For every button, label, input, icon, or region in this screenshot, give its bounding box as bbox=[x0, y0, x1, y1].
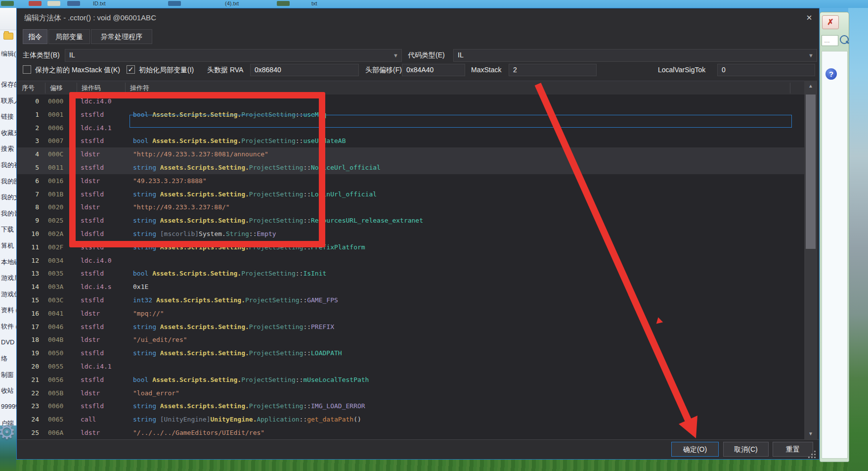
dialog-close-button[interactable]: ✕ bbox=[803, 12, 816, 23]
sidebar-item[interactable]: 本地磁 bbox=[1, 258, 17, 267]
cell-offset: 0001 bbox=[48, 108, 63, 121]
init-locals-checkbox[interactable]: ✓ bbox=[127, 65, 135, 74]
header-offset-input[interactable]: 0x84A40 bbox=[402, 64, 465, 76]
vertical-scrollbar[interactable]: ▲ ▼ bbox=[804, 81, 817, 439]
header-index[interactable]: 序号 bbox=[22, 84, 35, 93]
sidebar-item[interactable]: 我的文 bbox=[1, 193, 17, 202]
rva-input[interactable]: 0x86840 bbox=[250, 64, 359, 76]
header-offset[interactable]: 偏移 bbox=[50, 84, 63, 93]
sidebar-item[interactable]: 游戏优 bbox=[1, 290, 17, 299]
cell-opcode: stsfld bbox=[81, 240, 104, 254]
sidebar-item[interactable]: 制面 bbox=[1, 371, 14, 379]
keep-maxstack-checkbox[interactable] bbox=[23, 65, 31, 74]
cancel-button[interactable]: 取消(C) bbox=[723, 442, 769, 457]
cell-opcode: stsfld bbox=[81, 108, 104, 121]
il-row-14[interactable]: 14003Aldc.i4.s0x1E bbox=[17, 280, 804, 293]
body-type-combobox[interactable]: IL ▼ bbox=[65, 49, 402, 62]
cell-offset: 0055 bbox=[48, 360, 63, 373]
sidebar-item[interactable]: 链接 bbox=[1, 112, 14, 121]
cell-offset: 0025 bbox=[48, 214, 63, 227]
il-row-6[interactable]: 60016ldstr"49.233.3.237:8888" bbox=[17, 174, 804, 188]
cell-index: 0 bbox=[17, 94, 39, 108]
scroll-up-icon[interactable]: ▲ bbox=[804, 81, 817, 92]
il-row-15[interactable]: 15003Cstsfldint32 Assets.Scripts.Setting… bbox=[17, 293, 804, 307]
il-row-0[interactable]: 00000ldc.i4.0 bbox=[17, 94, 804, 108]
gear-app-icon[interactable]: ⚙ bbox=[0, 421, 16, 443]
desktop-icon-label[interactable]: ID.txt bbox=[93, 0, 106, 6]
help-window-close-button[interactable]: ✗ bbox=[822, 15, 839, 29]
sidebar-item[interactable]: 搜索 bbox=[1, 144, 14, 153]
il-row-3[interactable]: 30007stsfldbool Assets.Scripts.Setting.P… bbox=[17, 134, 804, 147]
sidebar-item[interactable]: 我的图 bbox=[1, 177, 17, 186]
ok-button[interactable]: 确定(O) bbox=[671, 442, 719, 457]
sidebar-item[interactable]: 游戏启 bbox=[1, 274, 17, 283]
sidebar-item[interactable]: 保存的 bbox=[1, 80, 17, 89]
sidebar-item[interactable]: 收站 bbox=[1, 386, 14, 395]
desktop-icon-label[interactable]: (4).txt bbox=[225, 0, 239, 6]
desktop-icon-label[interactable]: txt bbox=[311, 0, 317, 6]
sidebar-item[interactable]: 算机 bbox=[1, 241, 14, 250]
il-row-16[interactable]: 160041ldstr"mpq://" bbox=[17, 307, 804, 320]
il-row-13[interactable]: 130035stsfldbool Assets.Scripts.Setting.… bbox=[17, 267, 804, 280]
il-row-18[interactable]: 18004Bldstr"/ui_edit/res" bbox=[17, 333, 804, 346]
help-icon[interactable]: ? bbox=[825, 68, 837, 80]
sidebar-item[interactable]: 下载 bbox=[1, 225, 14, 234]
tab-instructions[interactable]: 指令 bbox=[23, 29, 47, 44]
il-row-10[interactable]: 10002Aldsfldstring [mscorlib]System.Stri… bbox=[17, 227, 804, 240]
sidebar-item[interactable]: 99999 bbox=[1, 403, 17, 410]
il-row-17[interactable]: 170046stsfldstring Assets.Scripts.Settin… bbox=[17, 320, 804, 333]
sidebar-item[interactable]: 我的视 bbox=[1, 161, 17, 170]
il-row-7[interactable]: 7001Bstsfldstring Assets.Scripts.Setting… bbox=[17, 188, 804, 201]
scroll-down-icon[interactable]: ▼ bbox=[804, 428, 817, 439]
localvarsigtok-input[interactable]: 0 bbox=[717, 64, 815, 76]
cell-offset: 006A bbox=[48, 426, 63, 439]
il-row-11[interactable]: 11002Fstsfldstring Assets.Scripts.Settin… bbox=[17, 240, 804, 254]
il-row-21[interactable]: 210056stsfldbool Assets.Scripts.Setting.… bbox=[17, 373, 804, 386]
il-row-24[interactable]: 240065callstring [UnityEngine]UnityEngin… bbox=[17, 413, 804, 426]
il-row-5[interactable]: 50011stsfldstring Assets.Scripts.Setting… bbox=[17, 161, 804, 174]
il-row-22[interactable]: 22005Bldstr"load_error" bbox=[17, 386, 804, 400]
desktop-icon-fragment bbox=[47, 1, 60, 6]
cell-operand: string Assets.Scripts.Setting.ProjectSet… bbox=[133, 240, 365, 254]
il-row-4[interactable]: 4000Cldstr"http://49.233.3.237:8081/anno… bbox=[17, 147, 804, 161]
cell-index: 17 bbox=[17, 320, 39, 333]
cell-offset: 002A bbox=[48, 227, 63, 240]
sidebar-item[interactable]: 资料 ( bbox=[1, 306, 17, 315]
explorer-edit-menu[interactable]: 编辑( bbox=[1, 49, 16, 58]
tab-exception-handlers[interactable]: 异常处理程序 bbox=[91, 29, 152, 44]
rva-label: 头数据 RVA bbox=[207, 66, 243, 75]
reset-button[interactable]: 重置 bbox=[773, 442, 813, 457]
il-row-12[interactable]: 120034ldc.i4.0 bbox=[17, 254, 804, 267]
edit-method-body-dialog: 编辑方法体 - .cctor() : void @06001ABC ✕ 指令 局… bbox=[16, 8, 820, 460]
header-operand[interactable]: 操作符 bbox=[130, 84, 149, 93]
il-row-20[interactable]: 200055ldc.i4.1 bbox=[17, 360, 804, 373]
sidebar-item[interactable]: DVD bbox=[1, 338, 14, 346]
search-icon[interactable] bbox=[840, 35, 849, 44]
sidebar-item[interactable]: 收藏夹 bbox=[1, 129, 17, 138]
help-search-input[interactable]: … bbox=[822, 35, 838, 46]
cell-opcode: ldstr bbox=[81, 386, 100, 400]
sidebar-item[interactable]: 联系人 bbox=[1, 96, 17, 105]
il-row-9[interactable]: 90025stsfldstring Assets.Scripts.Setting… bbox=[17, 214, 804, 227]
maxstack-input[interactable]: 2 bbox=[509, 64, 597, 76]
sidebar-item[interactable]: 络 bbox=[1, 354, 7, 363]
header-opcode[interactable]: 操作码 bbox=[82, 84, 101, 93]
body-type-value: IL bbox=[69, 51, 75, 59]
scrollbar-thumb[interactable] bbox=[806, 94, 816, 249]
code-type-combobox[interactable]: IL ▼ bbox=[453, 49, 817, 62]
il-row-23[interactable]: 230060stsfldstring Assets.Scripts.Settin… bbox=[17, 399, 804, 413]
sidebar-item[interactable]: 我的音 bbox=[1, 209, 17, 218]
il-row-8[interactable]: 80020ldstr"http://49.233.3.237:88/" bbox=[17, 200, 804, 214]
cell-opcode: ldstr bbox=[81, 200, 100, 214]
cell-opcode: stsfld bbox=[81, 320, 104, 333]
chevron-down-icon: ▼ bbox=[393, 49, 398, 61]
il-row-19[interactable]: 190050stsfldstring Assets.Scripts.Settin… bbox=[17, 346, 804, 360]
il-row-25[interactable]: 25006Aldstr"/../../../GameEditors/UIEdit… bbox=[17, 426, 804, 439]
cell-operand: string Assets.Scripts.Setting.ProjectSet… bbox=[133, 346, 342, 360]
sidebar-item[interactable]: 软件 ( bbox=[1, 322, 17, 331]
cell-index: 14 bbox=[17, 280, 39, 293]
operand-edit-textbox[interactable] bbox=[130, 115, 792, 128]
tab-local-variables[interactable]: 局部变量 bbox=[48, 29, 90, 44]
cell-offset: 0046 bbox=[48, 320, 63, 333]
desktop-icon-fragment bbox=[277, 1, 290, 6]
